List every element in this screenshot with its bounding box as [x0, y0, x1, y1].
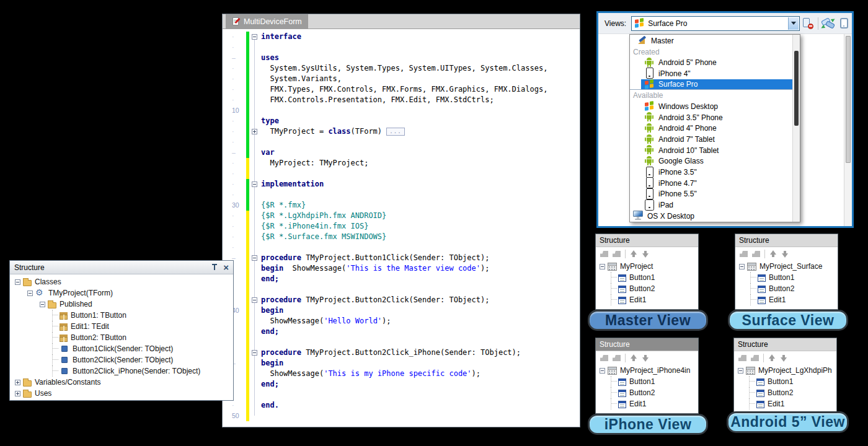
dropdown-item[interactable]: OS X Desktop — [630, 211, 792, 222]
tree-expander-icon[interactable] — [15, 279, 20, 285]
dropdown-scrollbar[interactable] — [792, 35, 800, 222]
tree-expander-icon[interactable] — [27, 291, 33, 296]
tree-item[interactable]: Button1 — [734, 376, 836, 387]
code-line[interactable]: ·{$R *.Surface.fmx MSWINDOWS} — [223, 232, 580, 242]
tree-item[interactable]: Published — [10, 299, 233, 310]
dropdown-scrollbar-thumb[interactable] — [794, 51, 799, 126]
code-line[interactable]: · — [223, 242, 580, 253]
designer-scrollbar[interactable] — [844, 34, 852, 226]
tree-item[interactable]: Edit1 — [734, 398, 836, 409]
tree-item[interactable]: Button1Click(Sender: TObject) — [10, 343, 233, 354]
tree-item[interactable]: TMyProject(TForm) — [10, 287, 233, 299]
pin-icon[interactable] — [211, 263, 218, 271]
tree-item[interactable]: Button2 — [596, 283, 698, 294]
dropdown-item[interactable]: Windows Desktop — [630, 101, 792, 112]
code-line[interactable]: · — [223, 137, 580, 147]
combo-dropdown-button[interactable] — [788, 17, 799, 30]
tree-expander-icon[interactable] — [739, 264, 745, 269]
tree-expander-icon[interactable] — [15, 391, 20, 396]
dropdown-item[interactable]: iPhone 4.7" — [630, 178, 792, 189]
code-area[interactable]: ·interface·–uses· System.SysUtils, Syste… — [223, 29, 580, 421]
code-line[interactable]: ·end. — [223, 400, 580, 411]
tree-item-root[interactable]: MyProject — [596, 261, 698, 272]
dropdown-item[interactable]: iPhone 5.5" — [630, 189, 792, 200]
code-line[interactable]: ·end; — [223, 326, 580, 337]
move-up-icon[interactable] — [630, 250, 637, 258]
code-line[interactable]: –procedure TMyProject.Button1Click(Sende… — [223, 253, 580, 263]
delete-item-icon[interactable] — [751, 355, 759, 361]
move-down-icon[interactable] — [780, 354, 787, 362]
code-line[interactable]: · MyProject: TMyProject; — [223, 158, 580, 168]
tree-item[interactable]: Edit1 — [735, 294, 838, 305]
tree-item[interactable]: Button2: TButton — [10, 332, 233, 343]
code-line[interactable]: –uses — [223, 53, 580, 63]
dropdown-item[interactable]: Android 7" Tablet — [630, 134, 792, 145]
move-up-icon[interactable] — [768, 354, 776, 362]
code-line[interactable]: · FMX.Controls.Presentation, FMX.Edit, F… — [223, 95, 580, 105]
dropdown-item[interactable]: Google Glass — [630, 156, 792, 167]
delete-item-icon[interactable] — [613, 355, 621, 361]
tree-item[interactable]: Button2 — [596, 387, 698, 398]
code-line[interactable]: · TMyProject = class(TForm) ... — [223, 126, 580, 137]
code-line[interactable]: · — [223, 337, 580, 348]
scrollbar-thumb[interactable] — [846, 36, 851, 163]
editor-tab[interactable]: MultiDeviceForm — [226, 14, 308, 28]
tree-item[interactable]: Classes — [10, 276, 233, 287]
tree-expander-icon[interactable] — [600, 264, 605, 269]
code-line[interactable]: 40begin — [223, 305, 580, 316]
code-line[interactable]: ·procedure TMyProject.Button2Click_iPhon… — [223, 348, 580, 358]
tree-item[interactable]: Edit1: TEdit — [10, 321, 233, 332]
tree-item[interactable]: Button2 — [735, 283, 838, 294]
tree-item[interactable]: Button2 — [734, 387, 836, 398]
dropdown-item[interactable]: iPhone 4" — [630, 68, 792, 79]
device-button[interactable] — [836, 15, 852, 32]
dropdown-item[interactable]: Surface Pro — [630, 79, 792, 90]
code-line[interactable]: ·{$R *.LgXhdpiPh.fmx ANDROID} — [223, 211, 580, 221]
fold-expand-icon[interactable] — [252, 129, 257, 134]
move-down-icon[interactable] — [642, 250, 649, 258]
close-icon[interactable]: × — [223, 263, 229, 271]
code-line[interactable]: · — [223, 168, 580, 179]
delete-view-button[interactable] — [800, 15, 816, 32]
code-line[interactable]: · ShowMessage('This is my iPhone specifi… — [223, 369, 580, 379]
new-item-icon[interactable] — [738, 355, 746, 361]
dropdown-item[interactable]: Android 5" Phone — [630, 57, 792, 68]
code-line[interactable]: ·procedure TMyProject.Button2Click(Sende… — [223, 295, 580, 305]
fold-collapse-icon[interactable] — [252, 255, 257, 261]
tree-item-root[interactable]: MyProject_Surface — [735, 261, 838, 272]
tree-item-root[interactable]: MyProject_iPhone4in — [596, 365, 698, 376]
code-line[interactable]: ·{$R *.iPhone4in.fmx IOS} — [223, 221, 580, 232]
code-line[interactable]: ·end; — [223, 274, 580, 284]
tree-item[interactable]: Button1 — [735, 272, 838, 283]
tree-item-root[interactable]: MyProject_LgXhdpiPh — [734, 365, 836, 376]
move-down-icon[interactable] — [781, 250, 789, 258]
code-line[interactable]: · System.Variants, — [223, 74, 580, 84]
fold-collapse-icon[interactable] — [252, 297, 257, 303]
code-line[interactable]: 10 — [223, 105, 580, 116]
dropdown-item[interactable]: Android 3.5" Phone — [630, 112, 792, 123]
tree-expander-icon[interactable] — [600, 368, 605, 374]
tree-item[interactable]: Button1 — [596, 376, 698, 387]
tree-item[interactable]: Edit1 — [596, 294, 698, 305]
dropdown-item[interactable]: iPhone 3.5" — [630, 167, 792, 178]
tree-item[interactable]: Uses — [10, 388, 233, 399]
code-line[interactable]: 30{$R *.fmx} — [223, 200, 580, 211]
code-line[interactable]: · ShowMessage('Hello World'); — [223, 316, 580, 326]
dropdown-item[interactable]: Android 4" Phone — [630, 123, 792, 134]
dropdown-item[interactable]: iPad — [630, 199, 792, 211]
code-line[interactable]: · — [223, 284, 580, 295]
delete-item-icon[interactable] — [613, 251, 621, 257]
code-line[interactable]: –begin — [223, 358, 580, 369]
collapsed-code-icon[interactable]: ... — [386, 128, 404, 136]
fold-collapse-icon[interactable] — [252, 34, 257, 40]
code-line[interactable]: · — [223, 42, 580, 53]
code-line[interactable]: ·interface — [223, 32, 580, 42]
tree-item[interactable]: Variables/Constants — [10, 377, 233, 388]
code-line[interactable]: ·end; — [223, 379, 580, 390]
new-item-icon[interactable] — [600, 355, 608, 361]
dropdown-item[interactable]: Android 10" Tablet — [630, 145, 792, 156]
tree-expander-icon[interactable] — [738, 368, 743, 374]
new-item-icon[interactable] — [600, 251, 608, 257]
code-line[interactable]: · FMX.Types, FMX.Controls, FMX.Forms, FM… — [223, 84, 580, 95]
tree-item[interactable]: Button1 — [596, 272, 698, 283]
